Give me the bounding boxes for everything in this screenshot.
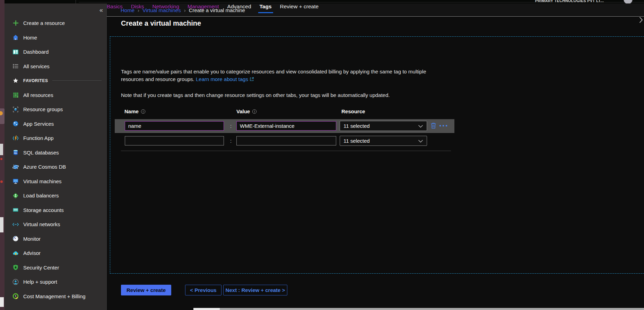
column-header-label: Name bbox=[124, 108, 139, 114]
sidebar-item-label: Dashboard bbox=[23, 49, 49, 55]
sidebar-collapse-button[interactable]: « bbox=[99, 7, 103, 13]
sidebar-item-storage-accounts[interactable]: Storage accounts bbox=[5, 203, 106, 218]
tab-tags[interactable]: Tags bbox=[260, 3, 272, 10]
shield-lock-icon bbox=[12, 264, 19, 271]
sidebar-item-security-center[interactable]: Security Center bbox=[5, 260, 106, 275]
sidebar-item-label: All resources bbox=[23, 92, 53, 98]
tag-value-input-row2[interactable] bbox=[236, 136, 336, 145]
sidebar-item-label: Storage accounts bbox=[23, 207, 64, 213]
sidebar-menu: Create a resource Home Dashboard All ser… bbox=[5, 16, 106, 303]
list-icon bbox=[12, 63, 19, 70]
vm-monitor-icon bbox=[12, 178, 19, 185]
grid-icon bbox=[12, 91, 19, 98]
tab-review-create[interactable]: Review + create bbox=[280, 3, 319, 10]
tab-networking[interactable]: Networking bbox=[153, 3, 180, 10]
scrollbar-thumb[interactable] bbox=[193, 308, 220, 310]
sidebar-section-label: FAVORITES bbox=[23, 78, 48, 83]
tab-disks[interactable]: Disks bbox=[131, 3, 144, 10]
background-fragment bbox=[0, 217, 3, 232]
page-title: Create a virtual machine bbox=[121, 19, 201, 27]
planet-icon bbox=[12, 163, 19, 170]
network-icon bbox=[12, 221, 19, 228]
sidebar-item-help-support[interactable]: Help + support bbox=[5, 275, 106, 289]
sidebar-item-resource-groups[interactable]: Resource groups bbox=[5, 102, 106, 117]
sidebar-item-label: Function App bbox=[23, 135, 54, 141]
chevron-down-icon bbox=[418, 123, 423, 129]
cost-donut-icon: $ bbox=[12, 293, 19, 300]
dashboard-icon bbox=[12, 48, 19, 55]
chevron-down-icon bbox=[418, 138, 423, 144]
next-button[interactable]: Next : Review + create > bbox=[223, 285, 287, 295]
dropdown-value: 11 selected bbox=[343, 138, 370, 144]
tab-advanced[interactable]: Advanced bbox=[227, 3, 251, 10]
column-header-resource: Resource bbox=[341, 108, 365, 114]
tags-description: Tags are name/value pairs that enable yo… bbox=[121, 68, 429, 83]
sidebar-item-function-app[interactable]: Function App bbox=[5, 131, 106, 145]
scrollbar-track[interactable] bbox=[220, 308, 644, 310]
advisor-cloud-icon bbox=[12, 250, 19, 257]
sidebar-item-monitor[interactable]: Monitor bbox=[5, 232, 106, 246]
previous-button[interactable]: < Previous bbox=[185, 285, 221, 295]
column-header-label: Value bbox=[236, 108, 250, 114]
sidebar-item-azure-cosmos-db[interactable]: Azure Cosmos DB bbox=[5, 160, 106, 174]
sidebar-item-label: Virtual networks bbox=[23, 221, 60, 227]
tab-divider bbox=[76, 0, 76, 3]
database-icon: SQL bbox=[12, 149, 19, 156]
tab-basics[interactable]: Basics bbox=[107, 3, 123, 10]
sidebar-item-virtual-networks[interactable]: Virtual networks bbox=[5, 217, 106, 232]
table-divider bbox=[121, 151, 451, 151]
tags-description-text: Tags are name/value pairs that enable yo… bbox=[121, 69, 426, 82]
sidebar: « Create a resource Home Dashboard All s… bbox=[5, 3, 106, 310]
sidebar-item-cost-management-billing[interactable]: $ Cost Management + Billing bbox=[5, 289, 106, 304]
avatar[interactable] bbox=[624, 0, 633, 3]
main-panel: Home › Virtual machines › Create a virtu… bbox=[106, 3, 644, 310]
info-icon[interactable] bbox=[141, 109, 146, 114]
info-icon[interactable] bbox=[252, 109, 257, 114]
sidebar-item-label: SQL databases bbox=[23, 150, 59, 156]
load-balancer-icon bbox=[12, 192, 19, 199]
sidebar-item-label: App Services bbox=[23, 121, 54, 127]
sidebar-item-dashboard[interactable]: Dashboard bbox=[5, 45, 106, 59]
background-window-strip bbox=[0, 0, 5, 310]
sidebar-item-label: Virtual machines bbox=[23, 178, 62, 184]
sidebar-item-label: Resource groups bbox=[23, 106, 63, 112]
tag-name-input-row2[interactable] bbox=[125, 136, 224, 145]
column-header-name: Name bbox=[124, 108, 146, 114]
tab-management[interactable]: Management bbox=[188, 3, 219, 10]
tag-name-input-row1[interactable] bbox=[125, 121, 224, 131]
sidebar-item-label: Home bbox=[23, 35, 37, 41]
sidebar-item-load-balancers[interactable]: Load balancers bbox=[5, 188, 106, 203]
sidebar-item-home[interactable]: Home bbox=[5, 30, 106, 45]
more-options-icon[interactable] bbox=[439, 125, 447, 127]
sidebar-item-label: All services bbox=[23, 63, 50, 69]
sidebar-item-virtual-machines[interactable]: Virtual machines bbox=[5, 174, 106, 189]
sidebar-item-label: Security Center bbox=[23, 265, 59, 271]
globe-icon bbox=[12, 120, 19, 127]
panel-expand-chevron-icon[interactable] bbox=[639, 17, 643, 23]
breadcrumb-separator-icon: › bbox=[184, 7, 186, 13]
review-create-button[interactable]: Review + create bbox=[121, 285, 171, 295]
svg-text:$: $ bbox=[15, 295, 16, 298]
resource-dropdown-row2[interactable]: 11 selected bbox=[340, 136, 427, 146]
resource-dropdown-row1[interactable]: 11 selected bbox=[340, 121, 427, 131]
learn-more-link[interactable]: Learn more about tags bbox=[196, 76, 248, 82]
gauge-icon bbox=[12, 235, 19, 242]
colon-separator: : bbox=[227, 123, 234, 129]
sidebar-item-label: Cost Management + Billing bbox=[23, 293, 86, 299]
sidebar-item-all-resources[interactable]: All resources bbox=[5, 88, 106, 103]
sidebar-item-advisor[interactable]: Advisor bbox=[5, 246, 106, 260]
sidebar-item-sql-databases[interactable]: SQL SQL databases bbox=[5, 145, 106, 160]
lightning-icon bbox=[12, 135, 19, 142]
sidebar-item-app-services[interactable]: App Services bbox=[5, 117, 106, 131]
background-fragment bbox=[0, 158, 2, 160]
sidebar-item-all-services[interactable]: All services bbox=[5, 59, 106, 74]
background-fragment bbox=[0, 180, 3, 183]
sidebar-item-create-a-resource[interactable]: Create a resource bbox=[5, 16, 106, 30]
delete-tag-icon[interactable] bbox=[430, 122, 436, 129]
plus-icon bbox=[12, 20, 19, 27]
top-bar: PRIMARY TECHNOLOGIES PVT LT... bbox=[5, 0, 644, 3]
svg-text:SQL: SQL bbox=[14, 152, 17, 154]
sidebar-item-label: Load balancers bbox=[23, 193, 59, 198]
tag-value-input-row1[interactable] bbox=[236, 121, 336, 131]
sidebar-item-label: Monitor bbox=[23, 236, 41, 242]
